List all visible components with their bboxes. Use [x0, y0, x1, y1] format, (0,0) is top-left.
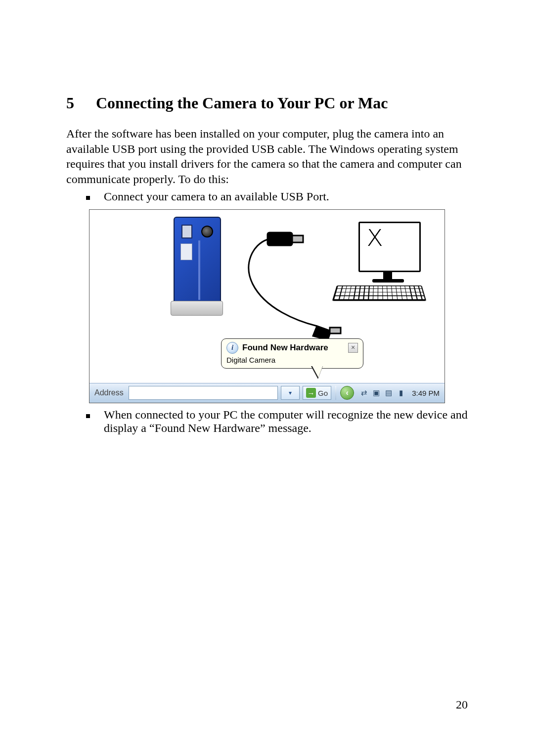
- chevron-down-icon: ▾: [289, 389, 292, 396]
- system-tray: ⇄ ▣ ▤ ▮: [359, 388, 406, 398]
- illustration-figure: i Found New Hardware × Digital Camera Ad…: [89, 209, 445, 403]
- svg-rect-1: [292, 236, 303, 242]
- bullet-marker-icon: [86, 414, 90, 418]
- section-heading: 5 Connecting the Camera to Your PC or Ma…: [66, 94, 468, 112]
- intro-paragraph: After the software has been installed on…: [66, 126, 468, 187]
- signal-icon[interactable]: ▮: [396, 388, 406, 398]
- balloon-title: Found New Hardware: [242, 343, 344, 353]
- svg-rect-0: [267, 233, 292, 245]
- address-input[interactable]: [129, 386, 278, 400]
- bullet-text: Connect your camera to an available USB …: [104, 190, 468, 203]
- bullet-marker-icon: [86, 196, 90, 200]
- chevron-left-icon: ‹: [346, 388, 348, 397]
- display-icon[interactable]: ▣: [371, 388, 381, 398]
- network-icon[interactable]: ⇄: [359, 388, 369, 398]
- go-arrow-icon: →: [306, 388, 316, 398]
- address-label: Address: [92, 388, 126, 397]
- found-new-hardware-balloon: i Found New Hardware × Digital Camera: [221, 338, 363, 369]
- bullet-item: Connect your camera to an available USB …: [86, 190, 468, 203]
- address-dropdown-button[interactable]: ▾: [281, 386, 300, 400]
- bullet-item: When connected to your PC the computer w…: [86, 408, 468, 435]
- camera-icon: [174, 217, 219, 316]
- section-title: Connecting the Camera to Your PC or Mac: [96, 94, 388, 112]
- illustration-top: [89, 210, 445, 342]
- device-icon[interactable]: ▤: [384, 388, 394, 398]
- go-button[interactable]: → Go: [303, 386, 331, 400]
- taskbar-clock: 3:49 PM: [409, 389, 442, 397]
- svg-rect-2: [330, 328, 341, 333]
- info-icon: i: [226, 342, 238, 354]
- close-icon[interactable]: ×: [348, 343, 358, 353]
- balloon-subtitle: Digital Camera: [226, 356, 358, 364]
- document-page: 5 Connecting the Camera to Your PC or Ma…: [0, 0, 534, 756]
- section-number: 5: [66, 94, 74, 112]
- computer-icon: [337, 222, 421, 300]
- page-number: 20: [456, 698, 468, 711]
- go-label: Go: [318, 389, 328, 397]
- bullet-text: When connected to your PC the computer w…: [104, 408, 468, 435]
- balloon-tail-icon: [311, 366, 323, 379]
- notification-area: i Found New Hardware × Digital Camera: [89, 338, 445, 383]
- taskbar: Address ▾ → Go ‹ ⇄ ▣ ▤ ▮ 3:49 PM: [89, 383, 445, 403]
- taskbar-separator: [335, 386, 336, 400]
- back-button[interactable]: ‹: [340, 386, 354, 400]
